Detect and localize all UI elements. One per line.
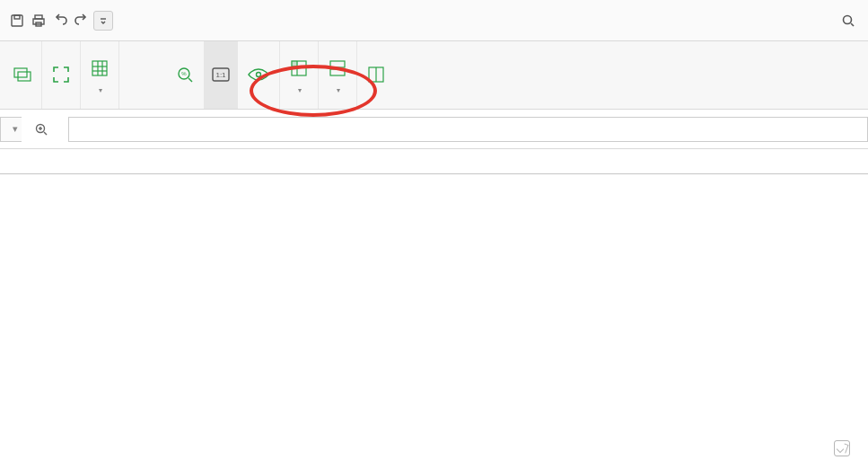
svg-rect-24: [292, 61, 297, 66]
freeze-icon: [289, 56, 309, 81]
svg-text:%: %: [181, 71, 187, 76]
zoom-icon: %: [175, 62, 195, 87]
zhihu-logo-icon: [834, 440, 850, 456]
svg-rect-8: [14, 68, 27, 77]
svg-rect-26: [330, 69, 345, 75]
search-button[interactable]: [841, 13, 861, 28]
formula-input[interactable]: [68, 117, 868, 142]
svg-rect-25: [330, 61, 345, 67]
undo-icon[interactable]: [50, 11, 70, 31]
zoom-button[interactable]: %: [166, 41, 205, 109]
zoom-100-icon: 1:1: [210, 62, 232, 87]
svg-point-20: [257, 72, 261, 76]
grid-icon: [90, 56, 110, 81]
read-mode-button[interactable]: ▾: [81, 41, 119, 109]
zoom-100-button[interactable]: 1:1: [205, 41, 238, 109]
freeze-panes-button[interactable]: ▾: [280, 41, 319, 109]
custom-view-button[interactable]: [4, 41, 42, 109]
eye-icon: [247, 62, 270, 87]
svg-text:1:1: 1:1: [215, 71, 226, 79]
svg-line-7: [851, 23, 854, 26]
fullscreen-icon: [51, 62, 71, 87]
save-icon[interactable]: [7, 11, 27, 31]
svg-line-30: [44, 132, 47, 135]
arrange-windows-button[interactable]: ▾: [319, 41, 357, 109]
redo-icon[interactable]: [72, 11, 92, 31]
name-box[interactable]: ▾: [0, 117, 22, 142]
custom-view-icon: [13, 62, 32, 87]
svg-line-16: [189, 78, 192, 82]
svg-rect-1: [14, 15, 20, 19]
split-window-button[interactable]: [357, 41, 395, 109]
arrange-icon: [328, 56, 347, 81]
svg-rect-10: [92, 61, 107, 75]
qat-dropdown[interactable]: [93, 11, 113, 31]
svg-rect-3: [33, 19, 44, 24]
svg-point-6: [844, 15, 852, 23]
zoom-formula-icon[interactable]: [34, 122, 48, 137]
split-icon: [366, 62, 386, 87]
search-icon: [841, 13, 855, 28]
eyecare-button[interactable]: [238, 41, 280, 109]
fullscreen-button[interactable]: [42, 41, 81, 109]
watermark: [834, 440, 855, 456]
svg-rect-9: [18, 72, 31, 81]
svg-rect-0: [12, 15, 22, 26]
print-icon[interactable]: [29, 11, 48, 31]
